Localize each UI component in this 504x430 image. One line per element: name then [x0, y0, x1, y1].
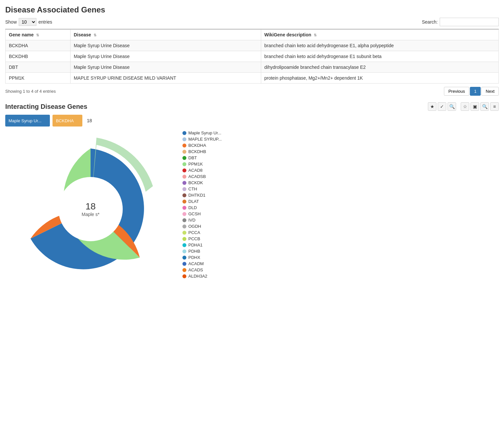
legend-dot	[182, 212, 186, 216]
legend-label: IVD	[188, 218, 196, 223]
col-gene-name[interactable]: Gene name ⇅	[6, 29, 71, 40]
legend-label: Maple Syrup Ur...	[188, 130, 221, 135]
legend-item[interactable]: DHTKD1	[182, 193, 499, 198]
sort-icon-gene: ⇅	[36, 33, 39, 37]
legend-dot	[182, 168, 186, 172]
interacting-header: Interacting Disease Genes ★ ✓ 🔍 ☆ ▣ 🔍 ≡	[5, 102, 499, 111]
legend-dot	[182, 200, 186, 204]
legend-dot	[182, 249, 186, 253]
legend-item[interactable]: PCCA	[182, 230, 499, 235]
legend-item[interactable]: ACADSB	[182, 174, 499, 179]
legend-dot	[182, 175, 186, 179]
legend-item[interactable]: BCKDHA	[182, 143, 499, 148]
legend-label: DLAT	[188, 199, 199, 204]
donut-center-number: 18	[82, 201, 99, 212]
entries-suffix: entries	[38, 19, 52, 25]
legend-item[interactable]: DLD	[182, 205, 499, 210]
pagination-buttons: Previous 1 Next	[444, 87, 499, 96]
cell-description: protein phosphatase, Mg2+/Mn2+ dependent…	[261, 73, 499, 84]
legend-item[interactable]: ACADM	[182, 261, 499, 266]
table-controls: Show 10 25 50 100 entries Search:	[5, 18, 499, 26]
legend-dot	[182, 231, 186, 235]
legend-item[interactable]: Maple Syrup Ur...	[182, 130, 499, 135]
cell-description: dihydrolipoamide branched chain transacy…	[261, 62, 499, 73]
show-label: Show	[5, 19, 17, 25]
col-disease[interactable]: Disease ⇅	[70, 29, 261, 40]
legend-dot	[182, 150, 186, 154]
legend-item[interactable]: DBT	[182, 155, 499, 160]
cell-gene: PPM1K	[6, 73, 71, 84]
cell-gene: BCKDHB	[6, 51, 71, 62]
legend-item[interactable]: DLAT	[182, 199, 499, 204]
legend-item[interactable]: BCKDK	[182, 180, 499, 185]
legend-item[interactable]: BCKDHB	[182, 149, 499, 154]
toolbar-grid-btn[interactable]: ▣	[471, 102, 479, 111]
page-1-button[interactable]: 1	[470, 87, 481, 96]
legend-item[interactable]: ACADS	[182, 267, 499, 272]
legend-item[interactable]: PDHX	[182, 255, 499, 260]
chart-toolbar: ★ ✓ 🔍 ☆ ▣ 🔍 ≡	[428, 102, 499, 111]
legend-label: PDHA1	[188, 243, 202, 247]
donut-center-text: 18 Maple s*	[82, 201, 99, 217]
legend-item[interactable]: OGDH	[182, 224, 499, 229]
legend-container: Maple Syrup Ur... MAPLE SYRUP... BCKDHA …	[182, 130, 499, 280]
cell-gene: BCKDHA	[6, 40, 71, 51]
legend-item[interactable]: PDHA1	[182, 243, 499, 247]
legend-item[interactable]: PPM1K	[182, 162, 499, 166]
next-button[interactable]: Next	[481, 87, 499, 96]
legend-label: BCKDHA	[188, 143, 206, 148]
legend-item[interactable]: ACAD8	[182, 168, 499, 173]
entries-select[interactable]: 10 25 50 100	[19, 18, 36, 26]
toolbar-star-btn[interactable]: ★	[428, 102, 436, 111]
breadcrumb-disease[interactable]: Maple Syrup Ur...	[5, 115, 50, 127]
search-input[interactable]	[440, 18, 499, 26]
legend-item[interactable]: PDHB	[182, 249, 499, 254]
toolbar-check-btn[interactable]: ✓	[438, 102, 446, 111]
cell-disease: Maple Syrup Urine Disease	[70, 40, 261, 51]
table-row: DBT Maple Syrup Urine Disease dihydrolip…	[6, 62, 499, 73]
legend-label: PCCA	[188, 230, 200, 235]
legend-label: PDHB	[188, 249, 200, 254]
legend-label: PCCB	[188, 236, 200, 241]
breadcrumb-gene[interactable]: BCKDHA	[52, 115, 82, 127]
legend-dot	[182, 206, 186, 210]
cell-disease: MAPLE SYRUP URINE DISEASE MILD VARIANT	[70, 73, 261, 84]
toolbar-star-outline-btn[interactable]: ☆	[461, 102, 469, 111]
toolbar-zoom-btn[interactable]: 🔍	[480, 102, 489, 111]
legend-label: GCSH	[188, 211, 201, 216]
toolbar-search-btn[interactable]: 🔍	[448, 102, 456, 111]
legend-label: OGDH	[188, 224, 201, 229]
legend-label: ACAD8	[188, 168, 202, 173]
legend-dot	[182, 162, 186, 166]
donut-center-label: Maple s*	[82, 212, 99, 217]
legend-dot	[182, 137, 186, 141]
legend-dot	[182, 193, 186, 197]
legend-label: ACADS	[188, 267, 203, 272]
legend-label: BCKDHB	[188, 149, 206, 154]
showing-text: Showing 1 to 4 of 4 entries	[5, 89, 56, 94]
legend-dot	[182, 225, 186, 228]
legend-label: BCKDK	[188, 180, 203, 185]
legend-label: PDHX	[188, 255, 200, 260]
cell-gene: DBT	[6, 62, 71, 73]
legend-item[interactable]: IVD	[182, 218, 499, 223]
table-row: PPM1K MAPLE SYRUP URINE DISEASE MILD VAR…	[6, 73, 499, 84]
legend-item[interactable]: MAPLE SYRUP...	[182, 137, 499, 142]
page-title: Disease Associated Genes	[5, 5, 499, 14]
sort-icon-description: ⇅	[314, 33, 317, 37]
legend-item[interactable]: ALDH3A2	[182, 274, 499, 279]
legend-dot	[182, 274, 186, 278]
legend-dot	[182, 218, 186, 222]
legend-item[interactable]: GCSH	[182, 211, 499, 216]
legend-item[interactable]: PCCB	[182, 236, 499, 241]
legend-dot	[182, 243, 186, 247]
legend-label: DHTKD1	[188, 193, 205, 198]
previous-button[interactable]: Previous	[444, 87, 469, 96]
show-entries: Show 10 25 50 100 entries	[5, 18, 52, 26]
legend-dot	[182, 262, 186, 266]
legend-item[interactable]: CTH	[182, 186, 499, 191]
toolbar-menu-btn[interactable]: ≡	[490, 102, 499, 111]
cell-disease: Maple Syrup Urine Disease	[70, 62, 261, 73]
col-description[interactable]: WikiGene description ⇅	[261, 29, 499, 40]
legend-dot	[182, 187, 186, 191]
